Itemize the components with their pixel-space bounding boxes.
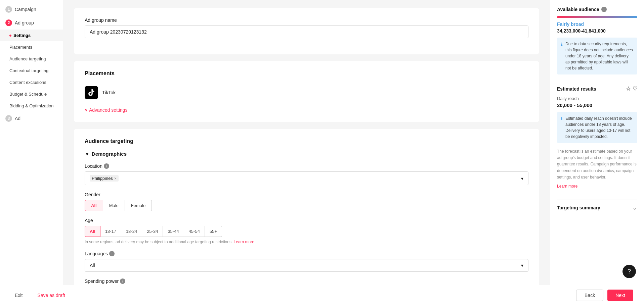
location-field: Location i Philippines × ▾ [85,163,528,185]
targeting-summary-section[interactable]: Targeting summary ⌄ [557,200,637,215]
audience-targeting-title: Audience targeting [85,138,528,144]
location-tag-close[interactable]: × [114,176,117,181]
estimated-icons: ☆ ♡ [626,86,637,92]
location-tag: Philippines × [90,175,119,182]
sidebar-step-campaign[interactable]: 1 Campaign [0,3,63,16]
collapse-icon: ▼ [85,151,90,157]
sidebar-item-audience-targeting[interactable]: Audience targeting [0,53,63,65]
age-btn-35-44[interactable]: 35-44 [163,226,184,237]
spending-power-info-icon[interactable]: i [120,278,125,284]
sidebar-item-placements-label: Placements [9,45,32,50]
sidebar-item-placements[interactable]: Placements [0,41,63,53]
sidebar-item-budget-schedule[interactable]: Budget & Schedule [0,88,63,100]
daily-reach-value: 20,000 - 55,000 [557,102,637,108]
location-info-icon[interactable]: i [104,163,109,169]
gender-button-group: All Male Female [85,200,528,211]
step-circle-3: 3 [5,115,12,122]
age-button-group: All 13-17 18-24 25-34 35-44 45-54 55+ [85,226,528,237]
sidebar-step-adgroup-label: Ad group [15,20,34,26]
sidebar-item-content-exclusions-label: Content exclusions [9,80,46,85]
exit-button[interactable]: Exit [11,290,27,301]
heart-icon[interactable]: ♡ [633,86,637,92]
placement-tiktok-label: TikTok [102,90,116,95]
sidebar-item-settings-label: Settings [13,33,31,38]
demographics-header[interactable]: ▼ Demographics [85,151,528,157]
sidebar-step-ad-label: Ad [15,116,20,121]
forecast-learn-more-link[interactable]: Learn more [557,184,577,189]
back-button[interactable]: Back [576,290,603,301]
age-learn-more-link[interactable]: Learn more [234,240,254,244]
targeting-summary-chevron: ⌄ [632,204,637,211]
gender-btn-male[interactable]: Male [103,200,125,211]
tiktok-icon [85,86,98,99]
available-audience-title: Available audience i [557,7,637,12]
targeting-summary-title: Targeting summary [557,205,600,210]
audience-bar [557,16,637,18]
bottom-right-actions: Back Next [576,290,633,301]
age-btn-45-54[interactable]: 45-54 [184,226,205,237]
age-field: Age All 13-17 18-24 25-34 35-44 45-54 55… [85,218,528,244]
sidebar-item-audience-targeting-label: Audience targeting [9,56,46,61]
sidebar-item-contextual-targeting-label: Contextual targeting [9,68,48,73]
bottom-bar: Exit Save as draft Back Next [0,285,644,305]
help-button[interactable]: ? [622,265,636,278]
sidebar-item-contextual-targeting[interactable]: Contextual targeting [0,65,63,77]
sidebar-step-adgroup[interactable]: 2 Ad group [0,16,63,30]
star-icon[interactable]: ☆ [626,86,631,92]
security-note-box: ℹ Due to data security requirements, thi… [557,38,637,74]
sidebar-item-settings[interactable]: Settings [0,30,63,41]
next-button[interactable]: Next [607,290,633,301]
location-dropdown-chevron: ▾ [521,176,523,181]
sidebar-item-content-exclusions[interactable]: Content exclusions [0,77,63,88]
security-info-icon: ℹ [561,41,563,71]
demographics-label: Demographics [92,151,127,157]
estimated-results-section: Estimated results ☆ ♡ Daily reach 20,000… [557,86,637,189]
advanced-settings-link[interactable]: ∨ Advanced settings [85,107,528,113]
available-audience-section: Available audience i Fairly broad 34,233… [557,7,637,74]
available-audience-info-icon[interactable]: i [601,7,607,12]
gender-btn-all[interactable]: All [85,200,103,211]
sidebar-item-bidding-optimization[interactable]: Bidding & Optimization [0,100,63,112]
age-btn-all[interactable]: All [85,226,100,237]
languages-dropdown[interactable]: All ▾ [85,259,528,272]
step-circle-1: 1 [5,6,12,13]
estimated-results-title: Estimated results ☆ ♡ [557,86,637,92]
sidebar-item-budget-schedule-label: Budget & Schedule [9,92,47,97]
placements-card: Placements TikTok ∨ Advanced settings [74,61,539,122]
audience-range: 34,233,000-41,841,000 [557,28,637,34]
daily-reach-label: Daily reach [557,96,637,101]
age-btn-55-plus[interactable]: 55+ [205,226,222,237]
save-draft-button[interactable]: Save as draft [33,290,69,301]
gender-btn-female[interactable]: Female [125,200,152,211]
placement-item-tiktok: TikTok [85,83,528,102]
sidebar-step-ad[interactable]: 3 Ad [0,112,63,125]
ad-group-name-input[interactable] [85,26,528,38]
estimated-note-box: ℹ Estimated daily reach doesn't include … [557,112,637,143]
location-label: Location i [85,163,528,169]
right-panel: Available audience i Fairly broad 34,233… [550,0,644,285]
chevron-down-icon: ∨ [85,108,88,112]
audience-bar-container [557,16,637,18]
age-helper-text: In some regions, ad delivery may be subj… [85,240,528,244]
age-label: Age [85,218,528,223]
age-btn-25-34[interactable]: 25-34 [142,226,163,237]
languages-info-icon[interactable]: i [109,251,115,256]
gender-field: Gender All Male Female [85,192,528,211]
languages-label: Languages i [85,251,528,256]
sidebar-step-campaign-label: Campaign [15,7,36,12]
placements-title: Placements [85,70,528,77]
main-content: Ad group name Placements TikTok ∨ Advanc… [63,0,550,285]
audience-targeting-card: Audience targeting ▼ Demographics Locati… [74,129,539,285]
bottom-left-actions: Exit Save as draft [11,290,69,301]
forecast-text: The forecast is an estimate based on you… [557,148,637,181]
languages-dropdown-chevron: ▾ [521,263,523,268]
age-btn-18-24[interactable]: 18-24 [121,226,142,237]
location-dropdown[interactable]: Philippines × ▾ [85,171,528,185]
sidebar: 1 Campaign 2 Ad group Settings Placement… [0,0,63,285]
languages-field: Languages i All ▾ [85,251,528,272]
dot-indicator [9,35,11,37]
age-btn-13-17[interactable]: 13-17 [100,226,121,237]
step-circle-2: 2 [5,19,12,26]
sidebar-item-bidding-optimization-label: Bidding & Optimization [9,103,54,108]
spending-power-field: Spending power i [85,278,528,284]
